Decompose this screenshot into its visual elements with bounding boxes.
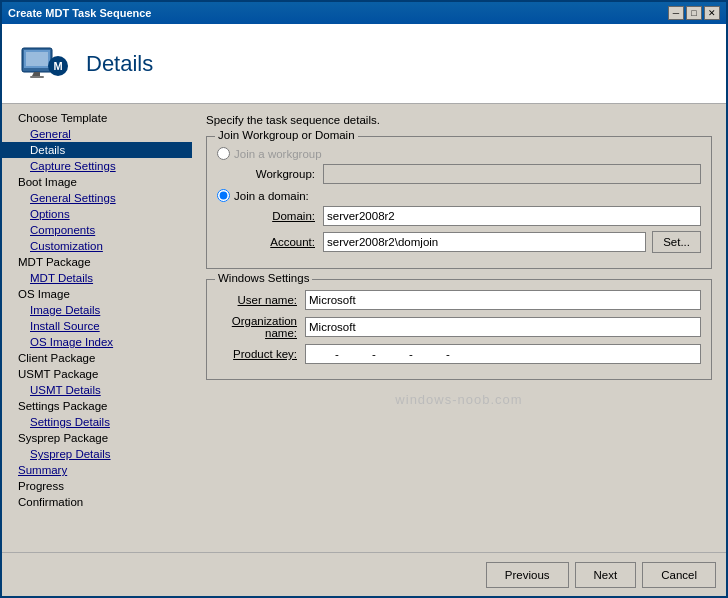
footer-area: Previous Next Cancel	[2, 552, 726, 596]
username-row: User name:	[217, 290, 701, 310]
username-label: User name:	[217, 294, 297, 306]
windows-settings-group: Windows Settings User name: Organization…	[206, 279, 712, 380]
domain-input[interactable]	[323, 206, 701, 226]
sidebar-item-progress: Progress	[2, 478, 192, 494]
account-row: Account: Set...	[235, 231, 701, 253]
sidebar-item-client-package: Client Package	[2, 350, 192, 366]
maximize-button[interactable]: □	[686, 6, 702, 20]
productkey-input[interactable]	[305, 344, 701, 364]
svg-text:M: M	[53, 60, 62, 72]
sidebar-item-image-details[interactable]: Image Details	[2, 302, 192, 318]
sidebar: Choose TemplateGeneralDetailsCapture Set…	[2, 104, 192, 552]
sidebar-item-mdt-details[interactable]: MDT Details	[2, 270, 192, 286]
sidebar-item-general-settings[interactable]: General Settings	[2, 190, 192, 206]
instruction-text: Specify the task sequence details.	[206, 114, 712, 126]
sidebar-item-sysprep-details[interactable]: Sysprep Details	[2, 446, 192, 462]
content-area: Specify the task sequence details. Join …	[192, 104, 726, 552]
sidebar-item-settings-package: Settings Package	[2, 398, 192, 414]
svg-marker-3	[32, 72, 40, 76]
sidebar-item-install-source[interactable]: Install Source	[2, 318, 192, 334]
workgroup-input[interactable]	[323, 164, 701, 184]
sidebar-item-sysprep-package: Sysprep Package	[2, 430, 192, 446]
domain-row: Domain:	[235, 206, 701, 226]
svg-rect-2	[26, 52, 48, 66]
sidebar-item-boot-image: Boot Image	[2, 174, 192, 190]
sidebar-item-capture-settings[interactable]: Capture Settings	[2, 158, 192, 174]
join-group-title: Join Workgroup or Domain	[215, 129, 358, 141]
sidebar-item-customization[interactable]: Customization	[2, 238, 192, 254]
main-area: Choose TemplateGeneralDetailsCapture Set…	[2, 104, 726, 552]
domain-radio[interactable]	[217, 189, 230, 202]
account-input[interactable]	[323, 232, 646, 252]
close-button[interactable]: ✕	[704, 6, 720, 20]
domain-label: Domain:	[235, 210, 315, 222]
orgname-row: Organization name:	[217, 315, 701, 339]
sidebar-item-usmt-details[interactable]: USMT Details	[2, 382, 192, 398]
sidebar-item-general[interactable]: General	[2, 126, 192, 142]
previous-button[interactable]: Previous	[486, 562, 569, 588]
username-input[interactable]	[305, 290, 701, 310]
orgname-label: Organization name:	[217, 315, 297, 339]
sidebar-item-choose-template: Choose Template	[2, 110, 192, 126]
sidebar-item-os-image: OS Image	[2, 286, 192, 302]
set-button[interactable]: Set...	[652, 231, 701, 253]
join-group-box: Join Workgroup or Domain Join a workgrou…	[206, 136, 712, 269]
sidebar-item-mdt-package: MDT Package	[2, 254, 192, 270]
cancel-button[interactable]: Cancel	[642, 562, 716, 588]
productkey-row: Product key:	[217, 344, 701, 364]
main-window: Create MDT Task Sequence ─ □ ✕ M Details…	[0, 0, 728, 598]
domain-radio-label: Join a domain:	[234, 190, 309, 202]
sidebar-item-usmt-package: USMT Package	[2, 366, 192, 382]
header-area: M Details	[2, 24, 726, 104]
sidebar-item-details[interactable]: Details	[2, 142, 192, 158]
title-bar-controls: ─ □ ✕	[668, 6, 720, 20]
sidebar-item-summary[interactable]: Summary	[2, 462, 192, 478]
sidebar-item-settings-details[interactable]: Settings Details	[2, 414, 192, 430]
watermark: windows-noob.com	[206, 390, 712, 409]
title-bar: Create MDT Task Sequence ─ □ ✕	[2, 2, 726, 24]
page-title: Details	[86, 51, 153, 77]
window-title: Create MDT Task Sequence	[8, 7, 151, 19]
sidebar-item-confirmation: Confirmation	[2, 494, 192, 510]
productkey-label: Product key:	[217, 348, 297, 360]
workgroup-radio-label: Join a workgroup	[234, 148, 322, 160]
sidebar-item-components[interactable]: Components	[2, 222, 192, 238]
workgroup-radio[interactable]	[217, 147, 230, 160]
domain-radio-row: Join a domain:	[217, 189, 701, 202]
next-button[interactable]: Next	[575, 562, 637, 588]
orgname-input[interactable]	[305, 317, 701, 337]
workgroup-radio-row: Join a workgroup	[217, 147, 701, 160]
mdt-icon: M	[18, 38, 70, 90]
svg-rect-4	[30, 76, 44, 78]
workgroup-row: Workgroup:	[235, 164, 701, 184]
sidebar-item-os-image-index[interactable]: OS Image Index	[2, 334, 192, 350]
account-label: Account:	[235, 236, 315, 248]
sidebar-item-options[interactable]: Options	[2, 206, 192, 222]
windows-settings-title: Windows Settings	[215, 272, 312, 284]
workgroup-label: Workgroup:	[235, 168, 315, 180]
minimize-button[interactable]: ─	[668, 6, 684, 20]
